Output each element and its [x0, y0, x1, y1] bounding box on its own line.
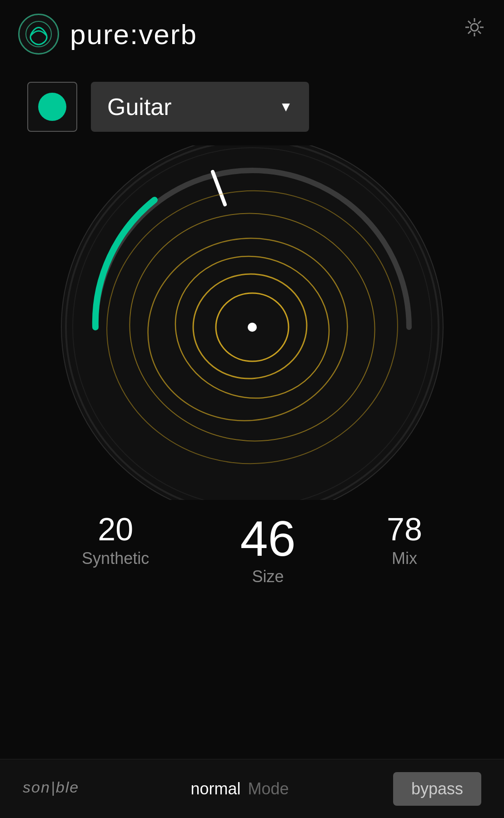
chevron-down-icon: ▼ — [279, 99, 293, 115]
sonible-svg: son |ble — [23, 775, 86, 798]
svg-point-0 — [26, 21, 51, 47]
svg-text:|ble: |ble — [51, 778, 79, 796]
mode-label: Mode — [248, 779, 289, 798]
svg-line-8 — [478, 21, 481, 24]
footer: son |ble normal Mode bypass — [0, 759, 504, 818]
svg-point-1 — [471, 24, 478, 31]
mix-label: Mix — [392, 549, 417, 568]
brand-logo: son |ble — [23, 775, 86, 802]
mode-section: normal Mode — [190, 779, 289, 798]
svg-text:son: son — [23, 778, 50, 796]
synthetic-value: 20 — [98, 514, 133, 545]
mix-value: 78 — [387, 514, 422, 545]
main-visualizer[interactable] — [36, 145, 468, 500]
instrument-name: Guitar — [107, 93, 172, 120]
instrument-section: Guitar ▼ — [0, 73, 504, 141]
svg-point-18 — [248, 323, 257, 332]
size-value: 46 — [240, 514, 295, 564]
params-section: 20 Synthetic 46 Size 78 Mix — [0, 509, 504, 591]
teal-dot — [38, 93, 66, 121]
page-title: pure:verb — [70, 18, 197, 50]
header: pure:verb — [0, 0, 504, 64]
bypass-button[interactable]: bypass — [393, 772, 481, 806]
size-label: Size — [252, 567, 284, 586]
visualizer-container[interactable] — [0, 141, 504, 504]
synthetic-label: Synthetic — [82, 549, 149, 568]
settings-icon[interactable] — [463, 16, 486, 39]
svg-line-7 — [478, 31, 481, 34]
logo-svg — [24, 20, 54, 49]
size-param[interactable]: 46 Size — [240, 514, 295, 586]
synthetic-param[interactable]: 20 Synthetic — [82, 514, 149, 568]
mode-value: normal — [190, 779, 240, 798]
svg-line-6 — [468, 21, 471, 24]
svg-line-9 — [468, 31, 471, 34]
instrument-indicator — [27, 82, 77, 132]
app-logo — [18, 14, 59, 55]
mix-param[interactable]: 78 Mix — [387, 514, 422, 568]
instrument-dropdown[interactable]: Guitar ▼ — [91, 82, 309, 132]
